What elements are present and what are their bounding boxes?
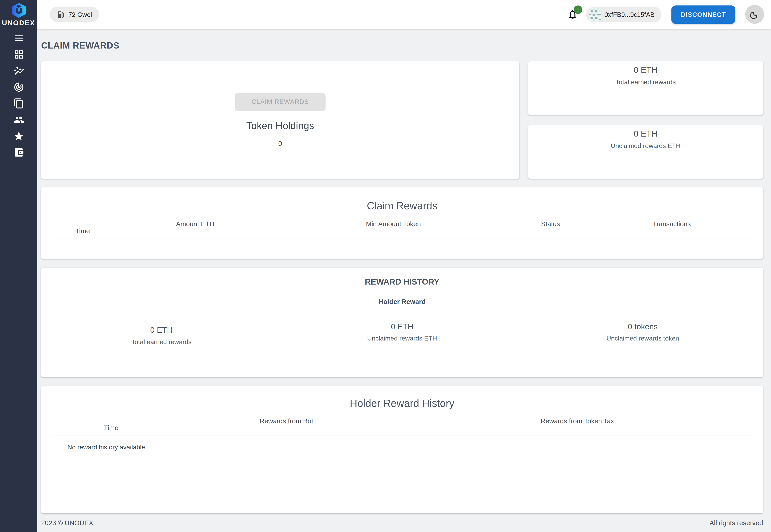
col-header-amount-eth: Amount ETH: [114, 220, 276, 239]
appbar-actions: 1: [567, 5, 764, 24]
unodex-logo-icon: [10, 2, 27, 18]
sidebar-nav: [0, 31, 37, 161]
gas-price-label: 72 Gwei: [68, 11, 92, 18]
stat-unclaimed-token: 0 tokens Unclaimed rewards token: [522, 321, 763, 347]
stat-unclaimed-eth: 0 ETH Unclaimed rewards ETH: [282, 321, 522, 347]
token-holdings-value: 0: [278, 139, 282, 147]
star-icon: [13, 130, 24, 143]
unclaimed-eth-label: Unclaimed rewards ETH: [528, 142, 763, 149]
col-header-rewards-tax: Rewards from Token Tax: [402, 417, 753, 436]
total-earned-label: Total earned rewards: [528, 78, 763, 86]
stat-unclaimed-eth-value: 0 ETH: [282, 321, 522, 332]
claim-rewards-table: Time Amount ETH Min Amount Token Status …: [52, 220, 753, 239]
col-header-min-amount-token: Min Amount Token: [277, 220, 510, 239]
wallet-identicon: [589, 8, 601, 21]
reward-history-card: REWARD HISTORY Holder Reward 0 ETH Total…: [41, 268, 763, 377]
app-root: UNODEX: [0, 0, 771, 532]
total-earned-card: 0 ETH Total earned rewards: [528, 61, 763, 115]
claim-rewards-button[interactable]: CLAIM REWARDS: [235, 93, 326, 111]
stat-total-earned: 0 ETH Total earned rewards: [41, 321, 282, 347]
notifications-button[interactable]: 1: [567, 9, 578, 20]
wallet-icon: [13, 147, 24, 160]
disconnect-button[interactable]: DISCONNECT: [672, 5, 735, 23]
col-header-status: Status: [510, 220, 591, 239]
page-title: CLAIM REWARDS: [41, 37, 763, 61]
page-footer: 2023 © UNODEX All rights reserved: [41, 513, 763, 532]
sidebar-item-wallet[interactable]: [0, 145, 37, 161]
brand-name: UNODEX: [2, 19, 35, 27]
col-header-transactions: Transactions: [591, 220, 753, 239]
token-holdings-label: Token Holdings: [246, 120, 314, 132]
unclaimed-eth-card: 0 ETH Unclaimed rewards ETH: [528, 125, 763, 179]
claim-rewards-table-card: Claim Rewards Time Amount ETH Min Amount…: [41, 187, 763, 259]
gas-pump-icon: [56, 10, 65, 19]
footer-copyright: 2023 © UNODEX: [41, 519, 93, 527]
holder-history-title: Holder Reward History: [52, 397, 753, 410]
holder-history-card: Holder Reward History Time Rewards from …: [41, 386, 763, 513]
holder-history-table: Time Rewards from Bot Rewards from Token…: [52, 417, 753, 458]
stat-unclaimed-token-value: 0 tokens: [522, 321, 763, 332]
brand-logo[interactable]: UNODEX: [0, 0, 37, 27]
stat-unclaimed-eth-label: Unclaimed rewards ETH: [282, 334, 522, 343]
claim-rewards-panel: CLAIM REWARDS Token Holdings 0: [41, 61, 519, 179]
claim-table-title: Claim Rewards: [52, 200, 753, 212]
stat-total-earned-value: 0 ETH: [41, 325, 282, 335]
gas-price-chip: 72 Gwei: [50, 7, 99, 22]
empty-state-row: No reward history available.: [52, 436, 753, 458]
sidebar-item-menu[interactable]: [0, 31, 37, 47]
col-header-rewards-bot: Rewards from Bot: [171, 417, 402, 436]
main-content: CLAIM REWARDS CLAIM REWARDS Token Holdin…: [37, 29, 771, 532]
wallet-address-chip[interactable]: 0xfFB9...9c15fAB: [586, 7, 662, 22]
sidebar-item-analytics[interactable]: [0, 63, 37, 80]
wallet-address: 0xfFB9...9c15fAB: [605, 11, 655, 18]
track-changes-icon: [13, 81, 24, 94]
sidebar-item-referrals[interactable]: [0, 112, 37, 129]
stat-unclaimed-token-label: Unclaimed rewards token: [522, 334, 763, 343]
top-app-bar: 72 Gwei 1: [37, 0, 771, 29]
unclaimed-eth-value: 0 ETH: [528, 129, 763, 140]
menu-icon: [13, 32, 24, 45]
theme-toggle-button[interactable]: [745, 5, 764, 24]
dashboard-icon: [13, 49, 24, 62]
summary-row: CLAIM REWARDS Token Holdings 0 0 ETH Tot…: [41, 61, 763, 179]
col-header-holder-time: Time: [52, 417, 171, 436]
sidebar-item-tracking[interactable]: [0, 80, 37, 96]
footer-rights: All rights reserved: [710, 519, 763, 527]
sidebar-item-copy-trading[interactable]: [0, 96, 37, 112]
sidebar-item-favorites[interactable]: [0, 129, 37, 145]
notification-badge: 1: [574, 5, 582, 14]
copy-pages-icon: [13, 98, 24, 111]
total-earned-value: 0 ETH: [528, 65, 763, 76]
auto-graph-icon: [13, 65, 24, 78]
sidebar: UNODEX: [0, 0, 37, 532]
moon-icon: [750, 9, 760, 19]
sidebar-item-dashboard[interactable]: [0, 47, 37, 63]
summary-cards: 0 ETH Total earned rewards 0 ETH Unclaim…: [528, 61, 763, 179]
stat-total-earned-label: Total earned rewards: [41, 338, 282, 347]
reward-stats-row: 0 ETH Total earned rewards 0 ETH Unclaim…: [41, 321, 763, 347]
users-icon: [13, 114, 24, 127]
empty-state-message: No reward history available.: [52, 436, 753, 458]
reward-history-title: REWARD HISTORY: [41, 277, 763, 287]
holder-reward-subtitle: Holder Reward: [41, 298, 763, 306]
col-header-time: Time: [52, 220, 114, 239]
